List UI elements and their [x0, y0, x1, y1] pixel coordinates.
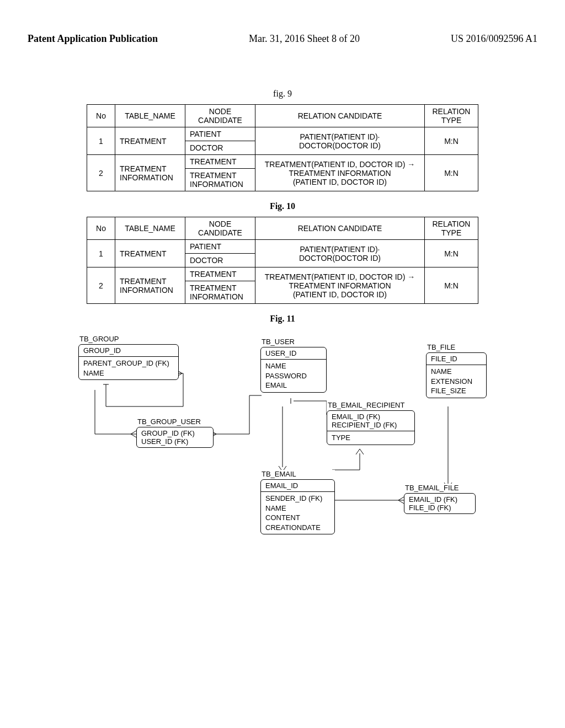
- fig11-label: Fig. 11: [28, 314, 537, 324]
- cell-tname: TREATMENT: [115, 240, 185, 267]
- table-row: 1 TREATMENT PATIENT PATIENT(PATIENT ID)·…: [87, 127, 478, 141]
- entity-attrs: TYPE: [327, 431, 414, 445]
- fig10-label: Fig. 10: [28, 201, 537, 211]
- cell-node: TREATMENT: [185, 267, 255, 281]
- header-center: Mar. 31, 2016 Sheet 8 of 20: [249, 33, 360, 45]
- cell-no: 1: [87, 127, 115, 155]
- entity-tb-group-user: TB_GROUP_USER GROUP_ID (FK) USER_ID (FK): [136, 417, 214, 448]
- cell-tname: TREATMENT INFORMATION: [115, 155, 185, 191]
- cell-type: M:N: [425, 155, 478, 191]
- fig10-table: No TABLE_NAME NODE CANDIDATE RELATION CA…: [87, 217, 478, 304]
- col-type: RELATION TYPE: [425, 105, 478, 127]
- cell-relation: PATIENT(PATIENT ID)· DOCTOR(DOCTOR ID): [255, 240, 425, 267]
- col-relation: RELATION CANDIDATE: [255, 105, 425, 127]
- header-left: Patent Application Publication: [28, 33, 158, 45]
- entity-title: TB_GROUP: [78, 335, 179, 343]
- col-no: No: [87, 217, 115, 240]
- table-header-row: No TABLE_NAME NODE CANDIDATE RELATION CA…: [87, 105, 478, 127]
- cell-relation: TREATMENT(PATIENT ID, DOCTOR ID) → TREAT…: [255, 267, 425, 304]
- col-no: No: [87, 105, 115, 127]
- entity-title: TB_EMAIL: [260, 470, 335, 478]
- table-header-row: No TABLE_NAME NODE CANDIDATE RELATION CA…: [87, 217, 478, 240]
- entity-pk: GROUP_ID (FK) USER_ID (FK): [137, 427, 213, 447]
- fig9-table: No TABLE_NAME NODE CANDIDATE RELATION CA…: [87, 104, 478, 191]
- entity-pk: EMAIL_ID (FK) FILE_ID (FK): [404, 494, 475, 513]
- cell-type: M:N: [425, 267, 478, 304]
- entity-title: TB_EMAIL_RECIPIENT: [327, 401, 415, 409]
- entity-attrs: NAME EXTENSION FILE_SIZE: [427, 365, 486, 398]
- cell-relation: PATIENT(PATIENT ID)· DOCTOR(DOCTOR ID): [255, 127, 425, 155]
- cell-node: DOCTOR: [185, 254, 255, 267]
- entity-attrs: NAME PASSWORD EMAIL: [261, 360, 326, 392]
- cell-no: 2: [87, 155, 115, 191]
- entity-attrs: SENDER_ID (FK) NAME CONTENT CREATIONDATE: [261, 492, 334, 534]
- entity-title: TB_FILE: [426, 343, 487, 351]
- col-node: NODE CANDIDATE: [185, 105, 255, 127]
- entity-title: TB_EMAIL_FILE: [404, 484, 476, 492]
- entity-pk: EMAIL_ID (FK) RECIPIENT_ID (FK): [327, 411, 414, 431]
- entity-pk: FILE_ID: [427, 353, 486, 365]
- entity-tb-group: TB_GROUP GROUP_ID PARENT_GROUP_ID (FK) N…: [78, 335, 179, 380]
- cell-no: 2: [87, 267, 115, 304]
- table-row: 2 TREATMENT INFORMATION TREATMENT TREATM…: [87, 155, 478, 169]
- cell-node: TREATMENT: [185, 155, 255, 169]
- cell-tname: TREATMENT: [115, 127, 185, 155]
- entity-pk: USER_ID: [261, 347, 326, 360]
- entity-pk: EMAIL_ID: [261, 480, 334, 492]
- entity-tb-email-file: TB_EMAIL_FILE EMAIL_ID (FK) FILE_ID (FK): [404, 484, 476, 514]
- cell-no: 1: [87, 240, 115, 267]
- table-row: 1 TREATMENT PATIENT PATIENT(PATIENT ID)·…: [87, 240, 478, 254]
- cell-node: PATIENT: [185, 240, 255, 254]
- header-right: US 2016/0092596 A1: [451, 33, 537, 45]
- col-relation: RELATION CANDIDATE: [255, 217, 425, 240]
- entity-pk: GROUP_ID: [79, 345, 178, 357]
- entity-attrs: PARENT_GROUP_ID (FK) NAME: [79, 357, 178, 379]
- cell-tname: TREATMENT INFORMATION: [115, 267, 185, 304]
- cell-node: PATIENT: [185, 127, 255, 141]
- cell-node: TREATMENT INFORMATION: [185, 281, 255, 304]
- cell-type: M:N: [425, 127, 478, 155]
- table-row: 2 TREATMENT INFORMATION TREATMENT TREATM…: [87, 267, 478, 281]
- fig9-label: fig. 9: [28, 89, 537, 99]
- entity-title: TB_GROUP_USER: [136, 417, 214, 426]
- entity-tb-email-recipient: TB_EMAIL_RECIPIENT EMAIL_ID (FK) RECIPIE…: [327, 401, 415, 445]
- cell-node: TREATMENT INFORMATION: [185, 169, 255, 191]
- page-header: Patent Application Publication Mar. 31, …: [28, 33, 537, 45]
- entity-title: TB_USER: [260, 338, 327, 346]
- col-table-name: TABLE_NAME: [115, 105, 185, 127]
- cell-type: M:N: [425, 240, 478, 267]
- cell-relation: TREATMENT(PATIENT ID, DOCTOR ID) → TREAT…: [255, 155, 425, 191]
- entity-tb-user: TB_USER USER_ID NAME PASSWORD EMAIL: [260, 338, 327, 393]
- col-node: NODE CANDIDATE: [185, 217, 255, 240]
- cell-node: DOCTOR: [185, 141, 255, 155]
- col-type: RELATION TYPE: [425, 217, 478, 240]
- fig11-erd: TB_GROUP GROUP_ID PARENT_GROUP_ID (FK) N…: [73, 329, 492, 550]
- entity-tb-file: TB_FILE FILE_ID NAME EXTENSION FILE_SIZE: [426, 343, 487, 398]
- entity-tb-email: TB_EMAIL EMAIL_ID SENDER_ID (FK) NAME CO…: [260, 470, 335, 534]
- col-table-name: TABLE_NAME: [115, 217, 185, 240]
